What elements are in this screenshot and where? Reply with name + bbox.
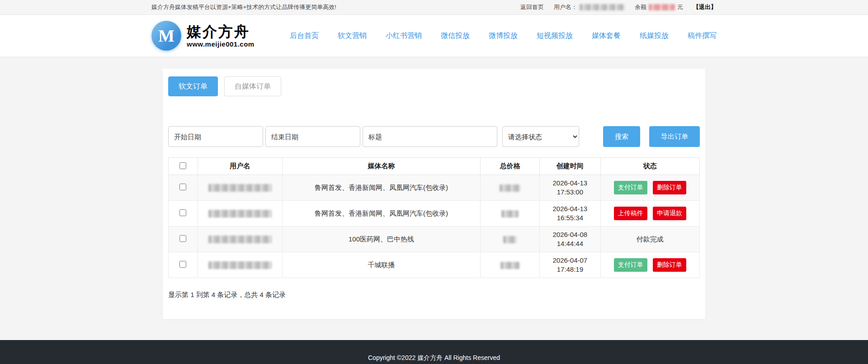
row-checkbox[interactable] bbox=[179, 261, 186, 268]
redacted-price bbox=[500, 184, 520, 192]
request-refund-button[interactable]: 申请退款 bbox=[653, 207, 686, 220]
nav-item-soft-article-marketing[interactable]: 软文营销 bbox=[338, 31, 367, 41]
tab-soft-article-orders[interactable]: 软文订单 bbox=[168, 76, 218, 96]
redacted-price bbox=[501, 210, 519, 217]
copyright-text: Copyright ©2022 媒介方舟 All Rights Reserved bbox=[368, 354, 500, 362]
status-cell: 支付订单 删除订单 bbox=[600, 252, 699, 278]
created-time-cell: 2026-04-13 16:55:34 bbox=[540, 201, 601, 227]
balance-unit: 元 bbox=[677, 3, 683, 11]
title-input[interactable] bbox=[363, 126, 497, 147]
back-home-link[interactable]: 返回首页 bbox=[520, 3, 544, 11]
table-row: 100医药网、巴中热线 2026-04-08 14:44:44 付款完成 bbox=[169, 227, 700, 252]
table-row: 鲁网首发、香港新闻网、凤凰网汽车(包收录) 2026-04-13 17:53:0… bbox=[169, 175, 700, 201]
status-cell: 上传稿件 申请退款 bbox=[600, 201, 699, 227]
orders-card: 软文订单 自媒体订单 请选择状态 搜索 导出订单 用户名 媒体名称 总价格 创建… bbox=[163, 69, 705, 319]
created-time-cell: 2026-04-13 17:53:00 bbox=[540, 175, 601, 201]
pay-order-button[interactable]: 支付订单 bbox=[614, 258, 647, 272]
logo-letter: M bbox=[158, 27, 175, 44]
redacted-username bbox=[208, 210, 272, 217]
delete-order-button[interactable]: 删除订单 bbox=[653, 258, 686, 272]
table-header-row: 用户名 媒体名称 总价格 创建时间 状态 bbox=[169, 158, 700, 175]
redacted-username bbox=[208, 184, 272, 192]
balance-label: 余额 bbox=[635, 3, 646, 11]
media-name-cell: 千城联播 bbox=[282, 252, 481, 278]
orders-table: 用户名 媒体名称 总价格 创建时间 状态 鲁网首发、香港新闻网、凤凰网汽车(包收… bbox=[168, 157, 700, 278]
select-all-checkbox[interactable] bbox=[179, 162, 186, 169]
username-label: 用户名： bbox=[554, 3, 577, 11]
redacted-price bbox=[500, 262, 519, 269]
brand-site-url: www.meijie001.com bbox=[187, 40, 255, 48]
topbar-user-area: 返回首页 用户名： 余额 元 【退出】 bbox=[520, 3, 717, 11]
brand-text: 媒介方舟 www.meijie001.com bbox=[187, 24, 255, 48]
status-cell: 支付订单 删除订单 bbox=[600, 175, 699, 201]
username-field: 用户名： bbox=[554, 3, 625, 11]
payment-complete-status: 付款完成 bbox=[637, 235, 664, 243]
upload-manuscript-button[interactable]: 上传稿件 bbox=[614, 207, 647, 220]
brand-logo-icon: M bbox=[151, 21, 181, 51]
footer: Copyright ©2022 媒介方舟 All Rights Reserved bbox=[0, 340, 868, 364]
order-tabs: 软文订单 自媒体订单 bbox=[168, 76, 700, 96]
nav-item-media-package[interactable]: 媒体套餐 bbox=[592, 31, 621, 41]
filter-bar: 请选择状态 搜索 导出订单 bbox=[168, 126, 700, 147]
table-row: 千城联播 2026-04-07 17:48:19 支付订单 删除订单 bbox=[169, 252, 700, 278]
row-checkbox[interactable] bbox=[179, 235, 186, 242]
redacted-username bbox=[208, 236, 272, 243]
search-button[interactable]: 搜索 bbox=[603, 126, 640, 147]
header-status: 状态 bbox=[600, 158, 699, 175]
header-total-price: 总价格 bbox=[481, 158, 540, 175]
nav-item-wechat-placement[interactable]: 微信投放 bbox=[441, 31, 470, 41]
redacted-username bbox=[580, 4, 625, 10]
nav-item-backend-home[interactable]: 后台首页 bbox=[290, 31, 319, 41]
delete-order-button[interactable]: 删除订单 bbox=[653, 181, 686, 194]
status-cell: 付款完成 bbox=[600, 227, 699, 252]
nav-item-xiaohongshu-marketing[interactable]: 小红书营销 bbox=[386, 31, 422, 41]
header-created-time: 创建时间 bbox=[540, 158, 601, 175]
header-username: 用户名 bbox=[198, 158, 282, 175]
created-time-cell: 2026-04-07 17:48:19 bbox=[540, 252, 601, 278]
nav-item-print-media-placement[interactable]: 纸媒投放 bbox=[640, 31, 669, 41]
main-content: 软文订单 自媒体订单 请选择状态 搜索 导出订单 用户名 媒体名称 总价格 创建… bbox=[0, 69, 868, 340]
brand-name: 媒介方舟 bbox=[187, 24, 255, 40]
records-summary: 显示第 1 到第 4 条记录，总共 4 条记录 bbox=[168, 291, 700, 299]
row-checkbox[interactable] bbox=[179, 209, 186, 216]
header: M 媒介方舟 www.meijie001.com 后台首页 软文营销 小红书营销… bbox=[0, 15, 868, 57]
brand: M 媒介方舟 www.meijie001.com bbox=[151, 21, 255, 51]
media-name-cell: 100医药网、巴中热线 bbox=[282, 227, 481, 252]
redacted-username bbox=[208, 261, 272, 269]
start-date-input[interactable] bbox=[168, 126, 263, 147]
media-name-cell: 鲁网首发、香港新闻网、凤凰网汽车(包收录) bbox=[282, 201, 481, 227]
nav-item-manuscript-writing[interactable]: 稿件撰写 bbox=[688, 31, 717, 41]
status-select[interactable]: 请选择状态 bbox=[502, 126, 579, 147]
topbar-slogan: 媒介方舟媒体发稿平台以资源+策略+技术的方式让品牌传播更简单高效! bbox=[151, 3, 336, 11]
nav-item-short-video-placement[interactable]: 短视频投放 bbox=[537, 31, 573, 41]
header-media-name: 媒体名称 bbox=[282, 158, 481, 175]
balance-field: 余额 元 bbox=[635, 3, 683, 11]
pay-order-button[interactable]: 支付订单 bbox=[614, 181, 647, 194]
topbar: 媒介方舟媒体发稿平台以资源+策略+技术的方式让品牌传播更简单高效! 返回首页 用… bbox=[0, 0, 868, 15]
media-name-cell: 鲁网首发、香港新闻网、凤凰网汽车(包收录) bbox=[282, 175, 481, 201]
row-checkbox[interactable] bbox=[179, 184, 186, 190]
tab-self-media-orders[interactable]: 自媒体订单 bbox=[224, 76, 281, 96]
redacted-price bbox=[503, 236, 517, 243]
redacted-balance bbox=[649, 4, 675, 10]
table-row: 鲁网首发、香港新闻网、凤凰网汽车(包收录) 2026-04-13 16:55:3… bbox=[169, 201, 700, 227]
logout-link[interactable]: 【退出】 bbox=[693, 3, 717, 11]
created-time-cell: 2026-04-08 14:44:44 bbox=[540, 227, 601, 252]
nav-item-weibo-placement[interactable]: 微博投放 bbox=[489, 31, 518, 41]
export-orders-button[interactable]: 导出订单 bbox=[649, 126, 700, 147]
main-nav: 后台首页 软文营销 小红书营销 微信投放 微博投放 短视频投放 媒体套餐 纸媒投… bbox=[290, 31, 717, 41]
end-date-input[interactable] bbox=[265, 126, 360, 147]
